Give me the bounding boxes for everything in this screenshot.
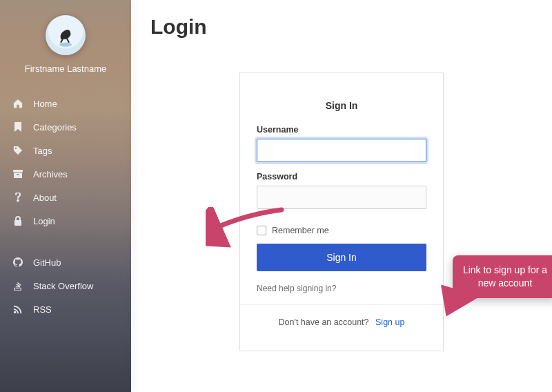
sidebar-item-about[interactable]: About: [0, 186, 131, 209]
remember-checkbox[interactable]: [257, 226, 266, 235]
sidebar-nav: Home Categories Tags Archives About: [0, 92, 131, 321]
sidebar-item-label: RSS: [33, 304, 52, 315]
sidebar-item-rss[interactable]: RSS: [0, 297, 131, 321]
username-label: Username: [257, 125, 426, 135]
remember-row[interactable]: Remember me: [257, 226, 426, 235]
svg-rect-2: [13, 170, 23, 172]
signup-row: Don't have an account? Sign up: [257, 305, 426, 341]
svg-rect-4: [17, 174, 19, 175]
sidebar-item-label: Stack Overflow: [33, 281, 93, 291]
sidebar-item-label: GitHub: [33, 257, 61, 268]
sidebar-item-stackoverflow[interactable]: Stack Overflow: [0, 274, 131, 297]
sidebar-item-login[interactable]: Login: [0, 209, 131, 233]
username-field: Username: [257, 125, 426, 162]
password-label: Password: [257, 172, 426, 182]
svg-point-1: [15, 148, 17, 149]
svg-rect-3: [14, 173, 22, 178]
github-icon: [12, 257, 23, 267]
signup-link[interactable]: Sign up: [375, 317, 404, 327]
sidebar-item-github[interactable]: GitHub: [0, 251, 131, 274]
sidebar-item-label: About: [33, 193, 57, 203]
profile-block: Firstname Lastname: [0, 0, 131, 79]
sidebar-item-label: Archives: [33, 169, 68, 179]
profile-name: Firstname Lastname: [7, 63, 124, 74]
home-icon: [12, 99, 23, 108]
main-content: Login Sign In Username Password Remember…: [131, 0, 552, 392]
signup-prompt: Don't have an account?: [279, 317, 369, 327]
sidebar-item-archives[interactable]: Archives: [0, 162, 131, 186]
sidebar-item-label: Categories: [33, 122, 77, 133]
tag-icon: [12, 146, 23, 155]
password-field: Password: [257, 172, 426, 209]
bookmark-icon: [12, 122, 23, 132]
sidebar-item-categories[interactable]: Categories: [0, 115, 131, 139]
page-title: Login: [150, 15, 533, 39]
login-card: Sign In Username Password Remember me Si…: [239, 72, 444, 351]
sidebar-item-label: Tags: [33, 146, 52, 156]
card-heading: Sign In: [257, 100, 426, 111]
archive-icon: [12, 170, 23, 178]
avatar: [46, 15, 86, 55]
sidebar-item-label: Login: [33, 216, 55, 226]
svg-rect-5: [14, 220, 21, 226]
username-input[interactable]: [257, 139, 426, 162]
sidebar-item-label: Home: [33, 99, 57, 109]
signin-button[interactable]: Sign In: [257, 244, 426, 271]
svg-point-0: [59, 43, 72, 47]
rss-icon: [12, 304, 23, 314]
svg-point-6: [14, 311, 17, 314]
annotation-callout: Link to sign up for a new account: [453, 255, 552, 298]
password-input[interactable]: [257, 186, 426, 209]
help-link[interactable]: Need help signing in?: [257, 284, 336, 293]
sidebar-item-tags[interactable]: Tags: [0, 139, 131, 162]
sidebar-item-home[interactable]: Home: [0, 92, 131, 115]
sidebar: Firstname Lastname Home Categories Tags …: [0, 0, 131, 392]
lock-icon: [12, 216, 23, 226]
remember-label: Remember me: [272, 226, 329, 235]
question-icon: [12, 193, 23, 202]
stackoverflow-icon: [12, 281, 23, 291]
